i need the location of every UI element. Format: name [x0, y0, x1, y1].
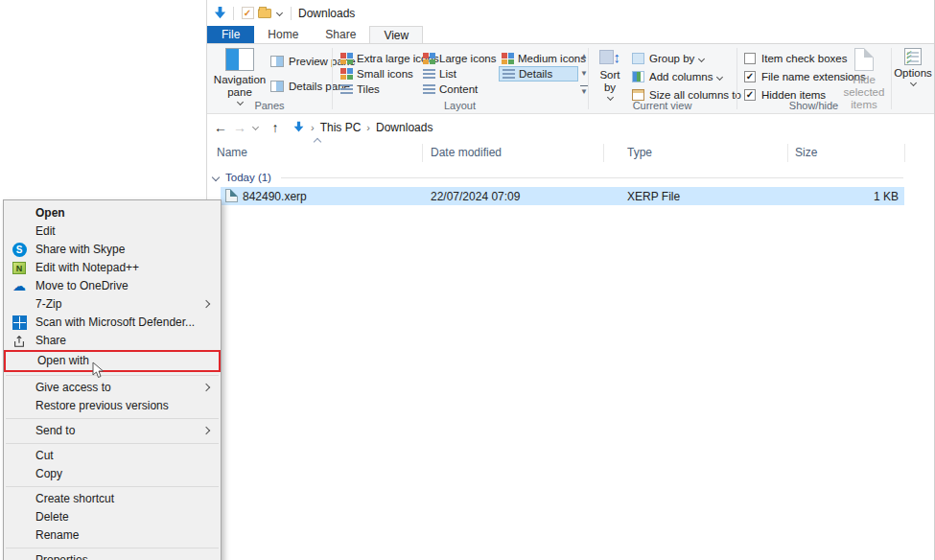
column-header-date-modified[interactable]: Date modified	[431, 146, 502, 159]
menu-item-edit[interactable]: Edit	[4, 222, 221, 241]
breadcrumb[interactable]: › This PC › Downloads	[292, 121, 432, 134]
column-resize-handle[interactable]	[787, 144, 788, 162]
group-label-layout: Layout	[332, 100, 588, 111]
menu-item-open-with[interactable]: Open with	[4, 350, 221, 372]
hide-selected-items-icon	[854, 48, 874, 71]
menu-item-label: Share	[35, 334, 66, 347]
menu-divider	[6, 375, 219, 376]
menu-item-restore-previous-versions[interactable]: Restore previous versions	[4, 397, 221, 415]
sort-by-button[interactable]: ↕ Sort by	[594, 48, 626, 100]
options-button[interactable]: Options	[893, 48, 933, 85]
file-size: 1 KB	[795, 190, 899, 203]
tab-home[interactable]: Home	[254, 26, 312, 43]
share-icon	[11, 333, 28, 349]
up-button[interactable]: ↑	[266, 120, 285, 135]
scroll-down-icon[interactable]: ▼	[580, 68, 588, 80]
view-label: Tiles	[357, 83, 380, 95]
properties-quick-access-icon[interactable]: ✓	[239, 5, 256, 22]
group-header-label: Today (1)	[225, 172, 271, 183]
tab-share[interactable]: Share	[312, 26, 369, 43]
view-details-selected[interactable]: Details	[499, 66, 578, 82]
customize-quick-access-toolbar-icon[interactable]	[276, 10, 283, 16]
group-by-icon	[632, 53, 644, 64]
add-columns-icon	[632, 71, 644, 82]
forward-button[interactable]: →	[230, 120, 249, 135]
checkbox-checked-icon: ✓	[744, 71, 756, 82]
column-resize-handle[interactable]	[603, 144, 604, 162]
column-resize-handle[interactable]	[904, 144, 905, 162]
column-resize-handle[interactable]	[422, 144, 423, 162]
group-by-label: Group by	[649, 53, 694, 64]
breadcrumb-downloads[interactable]: Downloads	[376, 121, 432, 134]
address-bar: ← → ↑ › This PC › Downloads	[207, 115, 934, 139]
menu-item-7-zip[interactable]: 7-Zip	[4, 295, 221, 314]
menu-divider	[6, 548, 219, 548]
view-small-icons[interactable]: Small icons	[338, 66, 416, 82]
group-header-today[interactable]: Today (1)	[207, 170, 917, 185]
downloads-icon	[292, 121, 305, 133]
menu-divider	[6, 443, 219, 444]
menu-item-move-to-onedrive[interactable]: ☁ Move to OneDrive	[4, 277, 221, 295]
layout-gallery-scroll[interactable]: ▲ ▼ ▼	[580, 51, 588, 97]
sort-by-label: Sort by	[594, 69, 626, 94]
menu-item-create-shortcut[interactable]: Create shortcut	[4, 490, 221, 508]
menu-item-edit-with-notepad-plus-plus[interactable]: N Edit with Notepad++	[4, 259, 221, 277]
options-label: Options	[894, 67, 932, 80]
view-list[interactable]: List	[420, 66, 459, 82]
column-header-type[interactable]: Type	[627, 146, 652, 159]
recent-locations-icon[interactable]	[252, 124, 259, 130]
column-header-name[interactable]: Name	[217, 146, 247, 159]
menu-item-delete[interactable]: Delete	[4, 508, 221, 526]
submenu-arrow-icon	[202, 384, 210, 391]
gallery-more-icon[interactable]: ▼	[580, 85, 588, 97]
menu-item-cut[interactable]: Cut	[4, 447, 221, 465]
view-content[interactable]: Content	[420, 82, 480, 97]
tab-view[interactable]: View	[369, 26, 423, 43]
menu-item-send-to[interactable]: Send to	[4, 422, 221, 440]
menu-divider	[6, 418, 219, 419]
view-medium-icons[interactable]: Medium icons	[499, 51, 589, 66]
item-check-boxes-label: Item check boxes	[761, 53, 847, 64]
scroll-up-icon[interactable]: ▲	[580, 51, 588, 62]
menu-item-label: Edit with Notepad++	[35, 261, 139, 274]
new-folder-quick-access-icon[interactable]	[256, 5, 273, 22]
menu-item-label: Share with Skype	[35, 243, 125, 256]
back-button[interactable]: ←	[211, 120, 230, 135]
small-icons-icon	[340, 68, 353, 80]
menu-item-share[interactable]: Share	[4, 332, 221, 350]
menu-item-rename[interactable]: Rename	[4, 526, 221, 545]
menu-item-copy[interactable]: Copy	[4, 465, 221, 483]
menu-item-scan-with-microsoft-defender[interactable]: Scan with Microsoft Defender...	[4, 314, 221, 332]
content-icon	[423, 83, 435, 95]
breadcrumb-this-pc[interactable]: This PC	[320, 121, 362, 134]
desktop: ✓ Downloads File Home Share View Navigat…	[0, 0, 935, 560]
mouse-cursor-icon	[92, 362, 105, 384]
divider	[291, 7, 292, 20]
menu-item-label: Scan with Microsoft Defender...	[35, 315, 195, 329]
tiles-icon	[340, 83, 353, 95]
menu-item-properties[interactable]: Properties	[4, 551, 221, 560]
view-large-icons[interactable]: Large icons	[420, 51, 499, 66]
ribbon-group-layout: Extra large icons Small icons Tiles Larg…	[332, 44, 588, 113]
submenu-arrow-icon	[202, 300, 210, 308]
menu-item-open[interactable]: Open	[4, 204, 221, 222]
file-name: 842490.xerp	[243, 190, 307, 203]
group-by-button[interactable]: Group by	[632, 51, 753, 66]
view-tiles[interactable]: Tiles	[338, 82, 383, 97]
group-label-current-view: Current view	[588, 100, 736, 111]
navigation-pane-icon	[225, 48, 254, 71]
table-row-selected[interactable]: 842490.xerp 22/07/2024 07:09 XERP File 1…	[221, 187, 904, 205]
chevron-down-icon	[716, 73, 723, 80]
menu-item-share-with-skype[interactable]: S Share with Skype	[4, 241, 221, 259]
menu-item-give-access-to[interactable]: Give access to	[4, 379, 221, 397]
medium-icons-icon	[502, 53, 514, 64]
menu-item-label: Send to	[35, 424, 75, 437]
navigation-pane-button[interactable]: Navigation pane	[211, 48, 269, 105]
breadcrumb-separator-icon: ›	[311, 122, 315, 133]
collapse-group-icon[interactable]	[212, 174, 220, 181]
add-columns-button[interactable]: Add columns	[632, 69, 753, 84]
sort-ascending-icon	[314, 138, 321, 146]
microsoft-defender-icon	[11, 315, 28, 331]
column-header-size[interactable]: Size	[795, 146, 817, 159]
tab-file[interactable]: File	[207, 26, 254, 43]
